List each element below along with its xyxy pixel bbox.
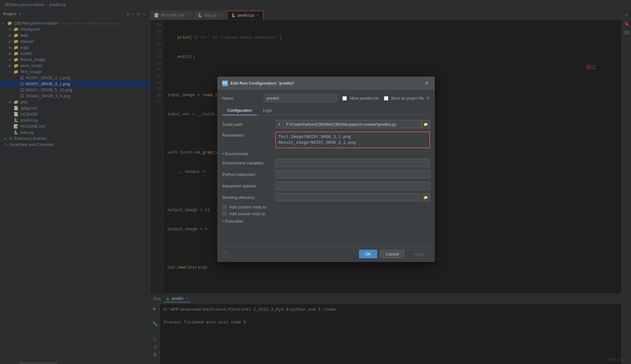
dialog-close-button[interactable]: ✕ bbox=[423, 80, 430, 86]
dialog-footer: ? OK Cancel Apply bbox=[218, 246, 434, 262]
allow-parallel-label: Allow parallel run bbox=[349, 96, 378, 101]
run-config-dialog: PC Edit Run Configuration: 'predict' ✕ N… bbox=[217, 77, 435, 262]
environment-section[interactable]: ▾ Environment bbox=[222, 151, 430, 156]
add-content-roots-row: ✓ Add content roots to bbox=[222, 205, 430, 209]
store-project-checkbox[interactable] bbox=[384, 96, 388, 101]
name-label: Name: bbox=[222, 96, 261, 101]
script-path-input[interactable] bbox=[284, 120, 422, 128]
apply-button[interactable]: Apply bbox=[407, 250, 430, 258]
cancel-button[interactable]: Cancel bbox=[380, 250, 405, 258]
interpreter-options-input[interactable] bbox=[275, 182, 430, 190]
script-path-dropdown: ▾ 📁 bbox=[275, 120, 430, 128]
execution-section[interactable]: ▾ Execution bbox=[222, 219, 430, 224]
dialog-body: Name: Allow parallel run Store as projec… bbox=[218, 90, 434, 246]
script-path-row: Script path: ▾ 📁 bbox=[222, 120, 430, 128]
name-row: Name: Allow parallel run Store as projec… bbox=[222, 94, 430, 102]
execution-label: Execution bbox=[225, 219, 243, 224]
python-interpreter-label: Python interpreter: bbox=[222, 172, 273, 177]
env-variables-label: Environment variables: bbox=[222, 161, 273, 165]
dialog-tabs: Configuration Logs bbox=[222, 106, 430, 116]
working-directory-row: Working directory: 📁 bbox=[222, 193, 430, 201]
store-project-gear-icon: ⚙ bbox=[426, 96, 430, 101]
name-input[interactable] bbox=[264, 94, 337, 102]
working-directory-input[interactable] bbox=[275, 193, 420, 201]
store-project-label: Store as project file bbox=[391, 96, 424, 101]
parameters-label: Parameters: bbox=[222, 132, 273, 138]
parameters-input[interactable]: Test_Image/NOISY_SRGB_3_1.pngResult_imag… bbox=[275, 132, 430, 148]
working-directory-label: Working directory: bbox=[222, 195, 273, 200]
interpreter-options-row: Interpreter options: bbox=[222, 182, 430, 190]
environment-label: Environment bbox=[225, 151, 248, 156]
env-variables-row: Environment variables: bbox=[222, 159, 430, 167]
dialog-titlebar: PC Edit Run Configuration: 'predict' ✕ bbox=[218, 77, 434, 90]
dialog-title-text: Edit Run Configuration: 'predict' bbox=[230, 81, 423, 86]
script-path-label: Script path: bbox=[222, 122, 273, 127]
python-interpreter-input[interactable] bbox=[275, 170, 430, 178]
allow-parallel-checkbox[interactable] bbox=[342, 96, 347, 101]
execution-content bbox=[222, 226, 430, 232]
script-path-browse-btn[interactable]: 📁 bbox=[422, 120, 430, 128]
env-variables-input[interactable] bbox=[275, 159, 430, 167]
parameters-row: Parameters: Test_Image/NOISY_SRGB_3_1.pn… bbox=[222, 132, 430, 148]
add-content-roots-label: Add content roots to bbox=[229, 205, 266, 209]
help-button[interactable]: ? bbox=[222, 251, 229, 258]
tab-configuration[interactable]: Configuration bbox=[222, 106, 257, 115]
add-source-roots-checkbox[interactable]: ✓ bbox=[222, 212, 227, 216]
working-directory-browse-btn[interactable]: 📁 bbox=[422, 193, 430, 201]
store-project-group: Store as project file ⚙ bbox=[384, 96, 430, 101]
add-content-roots-checkbox[interactable]: ✓ bbox=[222, 205, 227, 209]
ok-button[interactable]: OK bbox=[359, 250, 377, 258]
add-source-roots-row: ✓ Add source roots to bbox=[222, 211, 430, 216]
python-interpreter-row: Python interpreter: bbox=[222, 170, 430, 178]
dialog-title-icon: PC bbox=[222, 80, 228, 86]
add-source-roots-label: Add source roots to bbox=[229, 211, 265, 216]
script-path-dropdown-btn[interactable]: ▾ bbox=[275, 120, 284, 128]
dialog-overlay: PC Edit Run Configuration: 'predict' ✕ N… bbox=[0, 0, 631, 364]
environment-arrow: ▾ bbox=[222, 152, 224, 155]
interpreter-options-label: Interpreter options: bbox=[222, 184, 273, 188]
tab-logs[interactable]: Logs bbox=[258, 106, 277, 115]
allow-parallel-group: Allow parallel run bbox=[342, 96, 378, 101]
execution-arrow: ▾ bbox=[222, 219, 224, 223]
